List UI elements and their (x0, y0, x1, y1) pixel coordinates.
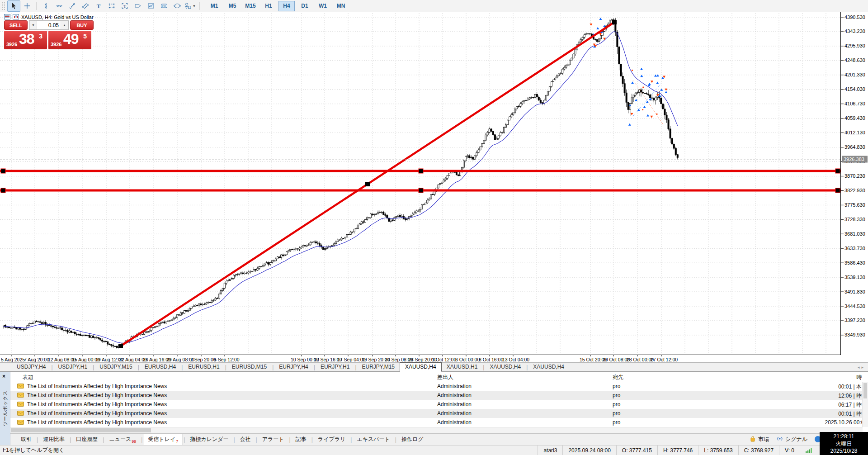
line-handle[interactable] (612, 20, 617, 24)
toolbox-tab-5[interactable]: 指標カレンダー (185, 434, 233, 445)
mail-row[interactable]: The List of Instruments Affected by High… (10, 409, 868, 418)
toolbar-drag-handle[interactable] (2, 1, 5, 10)
mail-sender: Administration (437, 401, 472, 408)
sell-price-pips: 38 (19, 31, 34, 47)
line-handle[interactable] (419, 169, 423, 173)
chart-window-icon[interactable] (13, 14, 19, 21)
lot-increase-button[interactable]: ▲ (61, 21, 68, 29)
chart-tab-xauusd-h4[interactable]: XAUUSD,H4 (528, 363, 569, 371)
chart-canvas[interactable]: 4390.5304343.2304295.9304248.6304201.330… (0, 12, 868, 362)
vertical-line-tool-button[interactable] (39, 0, 52, 12)
lot-size-input[interactable] (37, 21, 61, 29)
line-handle[interactable] (835, 188, 840, 193)
toolbox-tab-10[interactable]: エキスパート (352, 434, 394, 445)
line-handle[interactable] (835, 169, 840, 173)
chart-tab-usdjpy-h4[interactable]: USDJPY,H4 (12, 363, 51, 371)
line-handle[interactable] (365, 182, 370, 186)
mail-row[interactable]: The List of Instruments Affected by High… (10, 418, 868, 427)
cursor-tool-button[interactable] (7, 0, 20, 12)
scrollbar-thumb[interactable] (11, 428, 151, 432)
chart-tab-xauusd-h1[interactable]: XAUUSD,H1 (442, 363, 483, 371)
line-handle[interactable] (118, 344, 123, 348)
column-header-from[interactable]: 差出人 (437, 374, 453, 381)
trendline-object[interactable] (118, 20, 617, 348)
toolbox-tab-11[interactable]: 操作ログ (397, 434, 428, 445)
chart-tab-eurusd-h4[interactable]: EURUSD,H4 (140, 363, 181, 371)
mail-recipient: pro (613, 410, 620, 417)
toolbox-tab-6[interactable]: 会社 (236, 434, 255, 445)
rectangle-tool-button[interactable] (105, 0, 118, 12)
horizontal-line-object-2[interactable] (0, 188, 841, 193)
timeframe-m1-button[interactable]: M1 (206, 1, 222, 11)
equidistant-channel-tool-button[interactable] (79, 0, 92, 12)
text-label-tool-button[interactable]: T (118, 0, 131, 12)
signal-label: シグナル (785, 436, 807, 443)
timeframe-h1-button[interactable]: H1 (260, 1, 277, 11)
line-handle[interactable] (419, 188, 423, 193)
signal-tray-item[interactable]: シグナル (776, 435, 807, 444)
crosshair-tool-button[interactable] (20, 0, 33, 12)
trendline-tool-button[interactable] (66, 0, 79, 12)
toolbox-tab-7[interactable]: アラート (258, 434, 289, 445)
chart-tab-eurjpy-m15[interactable]: EURJPY,M15 (357, 363, 400, 371)
ellipse-tool-button[interactable] (170, 0, 184, 12)
indicator-window-tool-button[interactable] (144, 0, 157, 12)
mail-row[interactable]: The List of Instruments Affected by High… (10, 382, 868, 391)
shapes-tool-button[interactable]: ▼ (184, 0, 197, 12)
line-handle[interactable] (1, 188, 5, 193)
toolbox-close-button[interactable]: × (2, 374, 5, 379)
horizontal-line-object-1[interactable] (0, 169, 841, 173)
timeframe-d1-button[interactable]: D1 (297, 1, 313, 11)
toolbox-tab-2[interactable]: 口座履歴 (71, 434, 102, 445)
column-header-to[interactable]: 宛先 (613, 374, 623, 381)
toolbox-tab-active-4[interactable]: 受信トレイ7 (143, 434, 183, 446)
buy-button[interactable]: BUY (70, 20, 94, 30)
price-label-tool-button[interactable] (131, 0, 144, 12)
timeframe-h4-button[interactable]: H4 (278, 1, 295, 11)
mail-vertical-scrollbar[interactable] (862, 382, 868, 427)
timeframe-mn-button[interactable]: MN (333, 1, 349, 11)
chart-tab-eurusd-h1[interactable]: EURUSD,H1 (183, 363, 224, 371)
timeframe-w1-button[interactable]: W1 (315, 1, 331, 11)
mail-horizontal-scrollbar[interactable] (10, 427, 863, 433)
lot-size-control: ▼ ▲ (29, 20, 69, 30)
line-handle[interactable] (1, 169, 5, 173)
timeframe-m5-button[interactable]: M5 (224, 1, 241, 11)
mail-row[interactable]: The List of Instruments Affected by High… (10, 400, 868, 409)
ok-button-tool-button[interactable]: OK (157, 0, 170, 12)
timeframe-m15-button[interactable]: M15 (242, 1, 259, 11)
toolbox-tab-0[interactable]: 取引 (16, 434, 36, 445)
toolbox-tab-8[interactable]: 記事 (291, 434, 311, 445)
chart-tab-eurjpy-h4[interactable]: EURJPY,H4 (274, 363, 313, 371)
horizontal-line-tool-button[interactable] (52, 0, 66, 12)
chart-tab-usdjpy-h1[interactable]: USDJPY,H1 (53, 363, 92, 371)
market-watch-icon[interactable] (4, 14, 10, 21)
account-name[interactable]: atari3 (538, 446, 562, 455)
mail-row[interactable]: The List of Instruments Affected by High… (10, 391, 868, 400)
sell-price-handle: 3926 (6, 42, 17, 47)
sell-price-box[interactable]: 3926 38 3 (4, 31, 47, 49)
sell-button[interactable]: SELL (4, 20, 28, 30)
scrollbar-thumb[interactable] (863, 383, 867, 398)
toolbox-tab-9[interactable]: ライブラリ (313, 434, 350, 445)
chart-tab-eurusd-m15[interactable]: EURUSD,M15 (227, 363, 272, 371)
lot-decrease-button[interactable]: ▼ (29, 21, 37, 29)
toolbox-tab-1[interactable]: 運用比率 (38, 434, 69, 445)
column-header-subject[interactable]: 表題 (23, 374, 33, 381)
price-tick-label: 4012.130 (844, 130, 865, 135)
price-tick-label: 4106.730 (844, 101, 865, 106)
market-tray-item[interactable]: 市場 (749, 435, 769, 444)
chart-tab-xauusd-h4[interactable]: XAUUSD,H4 (485, 363, 526, 371)
chart-tab-usdjpy-m15[interactable]: USDJPY,M15 (94, 363, 137, 371)
toolbox-tab-3[interactable]: ニュース99 (104, 434, 141, 445)
price-tick-label: 4343.230 (844, 28, 865, 34)
column-header-time[interactable]: 時 (856, 374, 862, 381)
connection-bars-icon[interactable] (800, 446, 817, 455)
chart-tab-eurjpy-h1[interactable]: EURJPY,H1 (316, 363, 354, 371)
chart-tab-xauusd-h4-active[interactable]: XAUUSD,H4 (400, 362, 442, 372)
text-tool-button[interactable]: T (92, 0, 105, 12)
rectangle-tool-icon (108, 4, 114, 9)
tab-scroll-arrows[interactable]: ◂▸ (858, 365, 865, 370)
buy-price-box[interactable]: 3926 49 5 (48, 31, 91, 49)
dropdown-caret-icon: ▼ (193, 4, 196, 8)
